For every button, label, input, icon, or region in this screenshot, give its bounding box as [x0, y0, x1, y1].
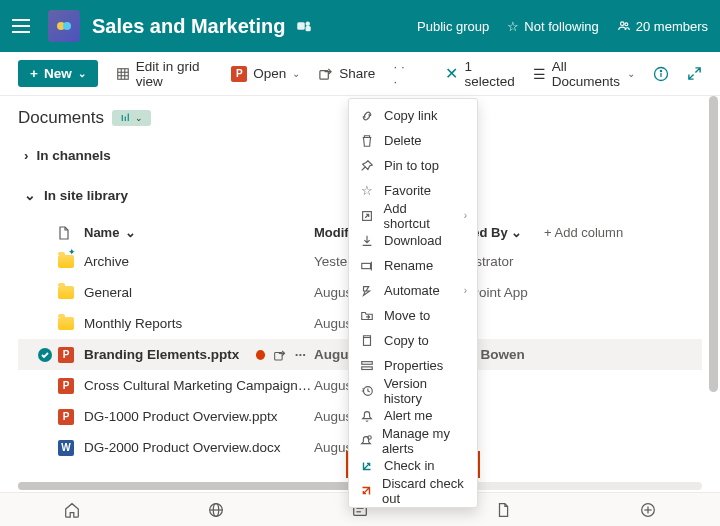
share-button[interactable]: Share	[318, 66, 375, 81]
people-icon	[617, 19, 631, 33]
more-actions-button[interactable]: · · ·	[393, 59, 409, 89]
menu-item-move-to[interactable]: Move to	[349, 303, 477, 328]
share-icon[interactable]	[273, 348, 286, 362]
col-type-icon[interactable]	[58, 226, 84, 240]
grid-icon	[116, 67, 130, 81]
copyto-icon	[359, 334, 375, 348]
open-button[interactable]: P Open ⌄	[231, 66, 300, 82]
menu-item-favorite[interactable]: ☆Favorite	[349, 178, 477, 203]
chevron-down-icon: ⌄	[292, 68, 300, 79]
vertical-scrollbar[interactable]	[709, 96, 718, 392]
files-icon[interactable]	[495, 501, 513, 519]
folder-icon	[58, 317, 74, 330]
ellipsis-icon: · · ·	[393, 59, 409, 89]
chevron-down-icon: ⌄	[24, 187, 36, 203]
word-icon: W	[58, 440, 74, 456]
group-privacy: Public group	[417, 19, 489, 34]
chevron-right-icon: ›	[464, 285, 467, 296]
add-column[interactable]: + Add column	[544, 225, 623, 240]
menu-item-version-history[interactable]: Version history	[349, 378, 477, 403]
close-selection-icon[interactable]: ✕	[445, 64, 458, 83]
menu-item-properties[interactable]: Properties	[349, 353, 477, 378]
menu-item-check-in[interactable]: Check in	[349, 453, 477, 478]
svg-rect-26	[362, 366, 373, 369]
item-name[interactable]: DG-1000 Product Overview.pptx	[84, 409, 314, 424]
view-selector[interactable]: ☰ All Documents ⌄	[533, 59, 635, 89]
follow-button[interactable]: ☆ Not following	[507, 19, 598, 34]
suite-header: Sales and Marketing Public group ☆ Not f…	[0, 0, 720, 52]
powerpoint-icon: P	[58, 378, 74, 394]
svg-rect-4	[306, 26, 311, 31]
site-logo[interactable]	[48, 10, 80, 42]
powerpoint-icon: P	[231, 66, 247, 82]
trash-icon	[359, 134, 375, 148]
context-menu: Copy linkDeletePin to top☆FavoriteAdd sh…	[348, 98, 478, 508]
history-icon	[359, 384, 375, 398]
chevron-right-icon: ›	[24, 148, 29, 163]
chevron-down-icon: ⌄	[135, 113, 143, 123]
chevron-down-icon: ⌄	[78, 68, 86, 79]
item-name[interactable]: General	[84, 285, 314, 300]
svg-rect-24	[364, 337, 371, 345]
shortcut-icon	[359, 209, 375, 223]
link-icon	[359, 109, 375, 123]
home-icon[interactable]	[63, 501, 81, 519]
members-button[interactable]: 20 members	[617, 19, 708, 34]
share-icon	[318, 66, 333, 81]
menu-item-discard-check-out[interactable]: Discard check out	[349, 478, 477, 503]
folder-icon	[58, 286, 74, 299]
chevron-right-icon: ›	[464, 210, 467, 221]
expand-icon	[687, 66, 702, 81]
star-icon: ☆	[359, 183, 375, 198]
menu-item-manage-my-alerts[interactable]: Manage my alerts	[349, 428, 477, 453]
checkmark-circle-icon[interactable]	[37, 347, 53, 363]
selected-count[interactable]: ✕ 1 selected	[445, 59, 514, 89]
menu-item-pin-to-top[interactable]: Pin to top	[349, 153, 477, 178]
menu-item-copy-link[interactable]: Copy link	[349, 103, 477, 128]
new-button[interactable]: + New ⌄	[18, 60, 98, 87]
props-icon	[359, 359, 375, 373]
fullscreen-button[interactable]	[687, 66, 702, 81]
item-name[interactable]: Archive	[84, 254, 314, 269]
info-icon	[653, 66, 669, 82]
ellipsis-icon[interactable]: ···	[295, 347, 306, 362]
automate-icon	[359, 284, 375, 298]
item-name[interactable]: Cross Cultural Marketing Campaigns.pptx	[84, 378, 314, 393]
item-name[interactable]: Monthly Reports	[84, 316, 314, 331]
svg-point-6	[625, 23, 628, 26]
site-title[interactable]: Sales and Marketing	[92, 15, 285, 38]
menu-item-add-shortcut[interactable]: Add shortcut›	[349, 203, 477, 228]
teams-icon[interactable]	[295, 17, 313, 35]
chevron-down-icon: ⌄	[627, 68, 635, 79]
menu-item-delete[interactable]: Delete	[349, 128, 477, 153]
item-name[interactable]: DG-2000 Product Overview.docx	[84, 440, 314, 455]
pin-icon	[359, 159, 375, 173]
powerpoint-icon: P	[58, 347, 74, 363]
info-button[interactable]	[653, 66, 669, 82]
menu-item-alert-me[interactable]: Alert me	[349, 403, 477, 428]
svg-point-28	[368, 435, 372, 439]
svg-point-15	[660, 70, 661, 71]
edit-grid-button[interactable]: Edit in grid view	[116, 59, 214, 89]
rename-icon	[359, 259, 375, 273]
list-icon: ☰	[533, 66, 546, 82]
svg-point-1	[63, 22, 71, 30]
checked-out-icon	[256, 350, 265, 360]
plus-icon: +	[30, 66, 38, 81]
view-toggle[interactable]: ⌄	[112, 110, 151, 126]
col-name[interactable]: Name⌄	[84, 225, 314, 240]
svg-rect-2	[298, 22, 306, 30]
command-bar: + New ⌄ Edit in grid view P Open ⌄ Share…	[0, 52, 720, 96]
waffle-menu[interactable]	[12, 14, 36, 38]
svg-point-3	[306, 22, 311, 27]
star-outline-icon: ☆	[507, 19, 519, 34]
bars-icon	[120, 112, 132, 124]
menu-item-copy-to[interactable]: Copy to	[349, 328, 477, 353]
menu-item-automate[interactable]: Automate›	[349, 278, 477, 303]
svg-point-5	[620, 22, 624, 26]
globe-icon[interactable]	[207, 501, 225, 519]
menu-item-rename[interactable]: Rename	[349, 253, 477, 278]
add-icon[interactable]	[639, 501, 657, 519]
powerpoint-icon: P	[58, 409, 74, 425]
menu-item-download[interactable]: Download	[349, 228, 477, 253]
